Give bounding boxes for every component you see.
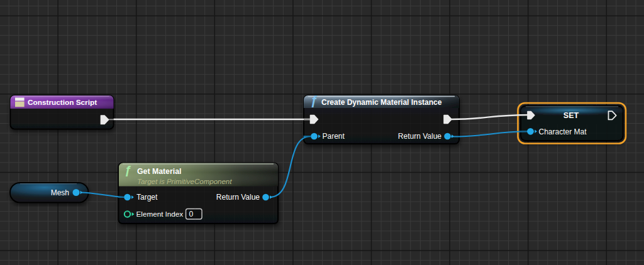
svg-text:Construction Script: Construction Script bbox=[28, 98, 97, 107]
svg-text:ƒ: ƒ bbox=[311, 94, 318, 107]
svg-text:Target: Target bbox=[136, 193, 158, 202]
svg-text:Target is PrimitiveComponent: Target is PrimitiveComponent bbox=[137, 178, 232, 185]
svg-text:Character Mat: Character Mat bbox=[539, 127, 587, 136]
svg-text:Return Value: Return Value bbox=[216, 193, 260, 202]
svg-text:Mesh: Mesh bbox=[51, 188, 69, 197]
svg-text:ƒ: ƒ bbox=[125, 163, 131, 176]
svg-text:Get Material: Get Material bbox=[137, 167, 181, 176]
svg-text:Create Dynamic Material Instan: Create Dynamic Material Instance bbox=[321, 98, 442, 107]
svg-text:SET: SET bbox=[564, 111, 579, 120]
